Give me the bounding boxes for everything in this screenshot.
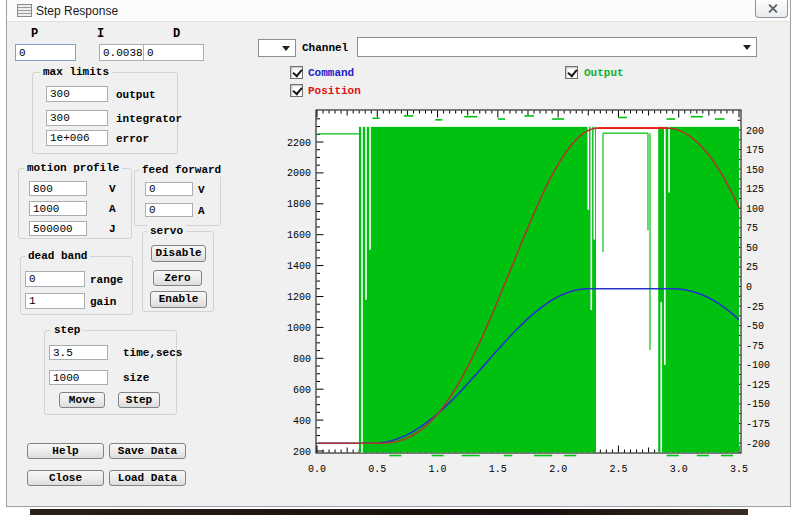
gain-input[interactable] (25, 293, 85, 309)
accel-label: A (109, 203, 116, 216)
jerk-input[interactable] (29, 221, 87, 236)
window-title: Step Response (36, 4, 118, 18)
velocity-input[interactable] (29, 181, 87, 196)
save-data-button[interactable]: Save Data (109, 443, 186, 459)
servo-group: servo Disable Zero Enable (142, 231, 214, 312)
step-size-input[interactable] (49, 370, 108, 385)
plot-select[interactable]: Plot: Command, Position, Output Command … (357, 37, 757, 57)
dead-band-group: dead band range gain (20, 256, 133, 315)
range-label: range (90, 274, 123, 287)
p-label: P (31, 28, 38, 41)
command-label: Command (308, 67, 354, 80)
step-time-input[interactable] (49, 345, 108, 360)
titlebar: Step Response (7, 0, 790, 22)
position-label: Position (308, 85, 361, 98)
channel-select[interactable]: 2 (258, 39, 296, 57)
ff-accel-label: A (198, 205, 205, 218)
max-output-input[interactable] (46, 86, 108, 102)
output-label: Output (584, 67, 624, 80)
desktop-background (30, 509, 748, 515)
max-integrator-input[interactable] (46, 110, 108, 126)
load-data-button[interactable]: Load Data (109, 470, 186, 486)
enable-button[interactable]: Enable (150, 291, 207, 308)
motion-profile-title: motion profile (24, 162, 122, 175)
feed-forward-group: feed forward V A (134, 170, 221, 226)
max-output-label: output (116, 89, 156, 102)
accel-input[interactable] (29, 201, 87, 216)
close-icon (768, 4, 777, 13)
ff-accel-input[interactable] (145, 203, 193, 217)
zero-button[interactable]: Zero (153, 270, 202, 286)
max-integrator-label: integrator (116, 113, 182, 126)
p-input[interactable] (15, 44, 76, 61)
position-checkbox[interactable] (290, 84, 303, 97)
max-error-input[interactable] (46, 130, 108, 146)
dead-band-title: dead band (25, 250, 90, 263)
step-size-label: size (123, 372, 149, 385)
jerk-label: J (109, 223, 116, 236)
max-limits-title: max limits (40, 66, 112, 79)
close-window-button[interactable] (755, 0, 788, 18)
command-checkbox[interactable] (290, 66, 303, 79)
ff-velocity-input[interactable] (145, 182, 193, 196)
max-error-label: error (116, 133, 149, 146)
step-title: step (51, 324, 83, 337)
gain-label: gain (90, 296, 116, 309)
move-button[interactable]: Move (59, 392, 105, 408)
chevron-down-icon (282, 46, 290, 51)
velocity-label: V (109, 183, 116, 196)
app-icon (17, 4, 32, 17)
disable-button[interactable]: Disable (151, 245, 206, 262)
d-label: D (173, 28, 180, 41)
range-input[interactable] (25, 271, 85, 287)
i-label: I (97, 28, 104, 41)
d-input[interactable] (143, 44, 204, 61)
ff-velocity-label: V (198, 184, 205, 197)
close-button[interactable]: Close (27, 470, 104, 486)
servo-title: servo (147, 225, 186, 238)
output-checkbox[interactable] (565, 66, 578, 79)
step-button[interactable]: Step (118, 392, 160, 408)
help-button[interactable]: Help (27, 443, 104, 459)
motion-profile-group: motion profile V A J (18, 168, 132, 239)
feed-forward-title: feed forward (139, 164, 224, 177)
chevron-down-icon (743, 45, 751, 50)
max-limits-group: max limits output integrator error (32, 72, 178, 154)
channel-label: Channel (302, 42, 348, 55)
step-group: step time,secs size Move Step (44, 330, 177, 415)
step-time-label: time,secs (123, 347, 182, 360)
